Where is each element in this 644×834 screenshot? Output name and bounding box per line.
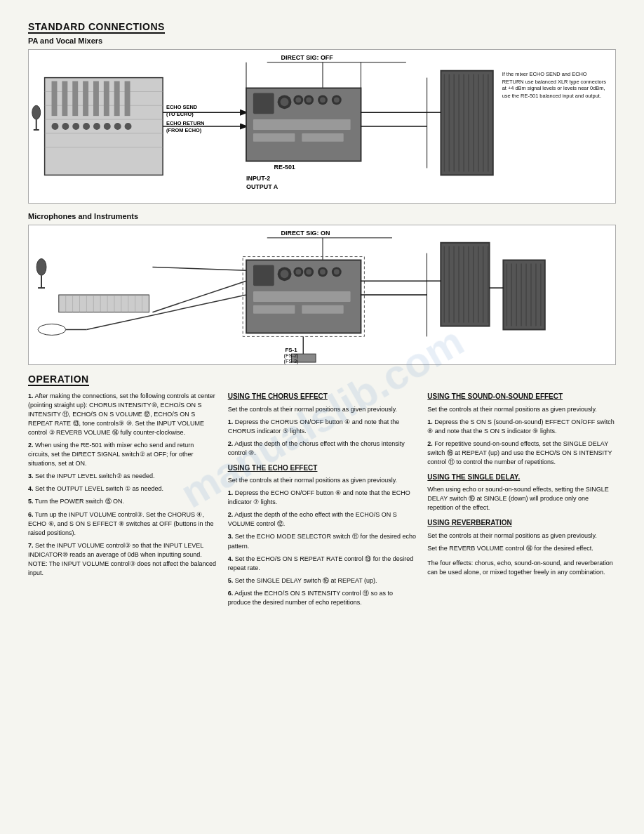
svg-point-22 <box>114 123 121 130</box>
outputa-label: OUTPUT A <box>246 183 279 190</box>
operation-col1: 1. After making the connections, set the… <box>28 392 217 611</box>
bottom-diagram: DIRECT SIG: ON <box>28 225 616 365</box>
echo-step-2: 2. Adjust the depth of the echo effect w… <box>228 510 417 529</box>
svg-rect-46 <box>253 133 295 142</box>
svg-point-44 <box>334 97 340 102</box>
single-delay-text: When using echo or sound-on-sound effect… <box>427 485 616 512</box>
top-diagram-svg: DIRECT SIG: OFF <box>29 50 615 203</box>
op-step-1: 1. After making the connections, set the… <box>28 392 217 437</box>
svg-point-91 <box>281 270 289 278</box>
chorus-intro: Set the controls at their normal positio… <box>228 405 417 414</box>
direct-sig-label: DIRECT SIG: OFF <box>281 54 334 61</box>
svg-point-99 <box>334 269 340 274</box>
re501-label: RE-501 <box>274 164 295 171</box>
svg-point-93 <box>295 269 301 274</box>
svg-rect-11 <box>83 81 88 117</box>
svg-point-19 <box>83 123 90 130</box>
op-step-4: 4. Set the OUTPUT LEVEL switch ① as need… <box>28 484 217 494</box>
svg-rect-102 <box>302 305 343 314</box>
page-content: STANDARD CONNECTIONS PA and Vocal Mixers… <box>28 21 616 611</box>
svg-rect-89 <box>253 265 274 286</box>
op-step-3: 3. Set the INPUT LEVEL switch② as needed… <box>28 472 217 481</box>
echo-intro: Set the controls at their normal positio… <box>228 476 417 485</box>
svg-point-83 <box>38 324 66 336</box>
svg-point-40 <box>306 97 311 102</box>
svg-point-38 <box>295 97 301 102</box>
svg-point-20 <box>93 123 100 130</box>
op-step-5: 5. Turn the POWER switch ⑮ ON. <box>28 497 217 506</box>
using-sos-title: USING THE SOUND-ON-SOUND EFFECT <box>427 392 616 402</box>
svg-text:(FROM ECHO): (FROM ECHO) <box>166 127 202 133</box>
operation-three-col: 1. After making the connections, set the… <box>28 392 616 611</box>
svg-point-16 <box>52 123 59 130</box>
svg-rect-14 <box>114 81 120 117</box>
echo-step-1: 1. Depress the ECHO ON/OFF button ⑥ and … <box>228 489 417 507</box>
direct-sig-on-label: DIRECT SIG: ON <box>281 230 330 237</box>
bottom-diagram-svg: DIRECT SIG: ON <box>29 225 615 364</box>
chorus-step-1: 1. Depress the CHORUS ON/OFF button ④ an… <box>228 418 417 436</box>
sos-step-2: 2. For repetitive sound-on-sound effects… <box>427 439 616 467</box>
right-note-top: If the mixer ECHO SEND and ECHO RETURN u… <box>502 71 610 100</box>
sos-intro: Set the controls at their normal positio… <box>427 405 616 414</box>
operation-title: OPERATION <box>28 373 89 386</box>
svg-point-23 <box>125 123 132 130</box>
svg-rect-12 <box>93 81 99 117</box>
svg-rect-15 <box>125 81 130 117</box>
echo-step-5: 5. Set the SINGLE DELAY switch ⑯ at REPE… <box>228 576 417 585</box>
svg-rect-10 <box>72 81 78 117</box>
using-echo-title: USING THE ECHO EFFECT <box>228 463 417 474</box>
svg-rect-8 <box>52 81 58 117</box>
reverb-intro: Set the controls at their normal positio… <box>427 531 616 541</box>
svg-rect-111 <box>441 243 489 326</box>
svg-rect-47 <box>302 133 343 142</box>
svg-point-24 <box>32 105 41 119</box>
svg-rect-45 <box>253 119 351 130</box>
using-reverb-title: USING REVERBERATION <box>427 518 616 529</box>
using-single-delay-title: USING THE SINGLE DELAY. <box>427 472 616 483</box>
svg-point-67 <box>36 259 46 276</box>
subsection1-title: PA and Vocal Mixers <box>28 37 616 45</box>
svg-rect-34 <box>253 93 274 114</box>
subsection2-title: Microphones and Instruments <box>28 212 616 220</box>
echo-step-4: 4. Set the ECHO/S ON S REPEAT RATE contr… <box>228 555 417 573</box>
svg-text:(FS-3): (FS-3) <box>284 358 299 364</box>
operation-col2: USING THE CHORUS EFFECT Set the controls… <box>228 392 417 611</box>
chorus-step-2: 2. Adjust the depth of the chorus effect… <box>228 439 417 458</box>
svg-rect-9 <box>62 81 67 117</box>
sos-step-1: 1. Depress the S ON S (sound-on-sound) E… <box>427 418 616 436</box>
operation-col3: USING THE SOUND-ON-SOUND EFFECT Set the … <box>427 392 616 611</box>
svg-rect-70 <box>59 295 149 312</box>
op-step-6: 6. Turn up the INPUT VOLUME control③. Se… <box>28 510 217 538</box>
svg-line-85 <box>152 267 246 270</box>
top-diagram: DIRECT SIG: OFF <box>28 49 616 204</box>
svg-point-18 <box>72 123 79 130</box>
svg-point-36 <box>281 98 289 106</box>
op-step-2: 2. When using the RE-501 with mixer echo… <box>28 441 217 468</box>
svg-point-95 <box>306 269 311 274</box>
echo-step-3: 3. Set the ECHO MODE SELECTOR switch ⑪ f… <box>228 532 417 550</box>
svg-text:ECHO RETURN: ECHO RETURN <box>166 120 204 126</box>
svg-rect-122 <box>503 260 544 330</box>
operation-section: OPERATION 1. After making the connection… <box>28 373 616 611</box>
svg-point-97 <box>320 269 326 274</box>
closing-text: The four effects: chorus, echo, sound-on… <box>427 559 616 577</box>
svg-rect-100 <box>253 291 351 302</box>
svg-point-17 <box>62 123 69 130</box>
svg-point-42 <box>320 97 326 102</box>
input2-label: INPUT-2 <box>246 175 270 182</box>
svg-rect-53 <box>441 71 492 176</box>
svg-rect-101 <box>253 305 295 314</box>
svg-line-86 <box>152 281 246 312</box>
echo-step-6: 6. Adjust the ECHO/S ON S INTENSITY cont… <box>228 589 417 607</box>
svg-point-21 <box>104 123 111 130</box>
section-title: STANDARD CONNECTIONS <box>28 21 165 34</box>
op-step-7: 7. Set the INPUT VOLUME control③ so that… <box>28 541 217 578</box>
standard-connections-section: STANDARD CONNECTIONS PA and Vocal Mixers… <box>28 21 616 365</box>
svg-rect-13 <box>104 81 109 117</box>
reverb-step-1: Set the REVERB VOLUME control ⑭ for the … <box>427 544 616 553</box>
using-chorus-title: USING THE CHORUS EFFECT <box>228 392 417 402</box>
svg-text:ECHO SEND: ECHO SEND <box>166 104 198 110</box>
